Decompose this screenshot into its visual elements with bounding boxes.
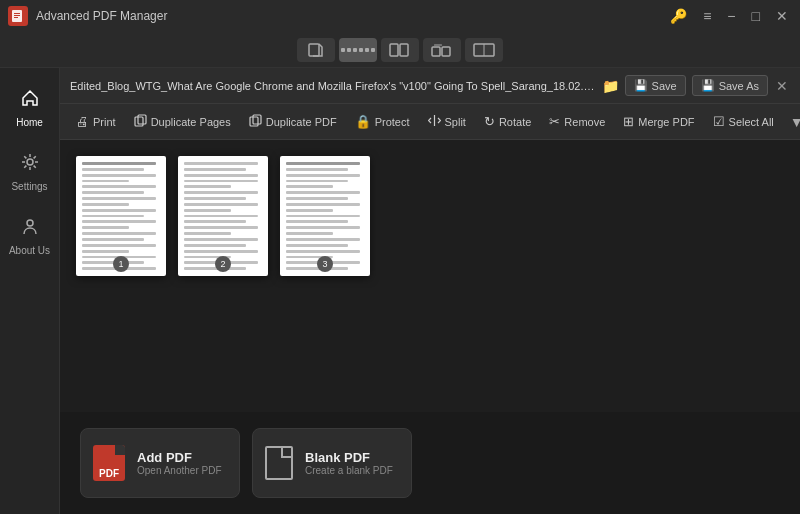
svg-rect-3 — [14, 17, 18, 18]
remove-label: Remove — [564, 116, 605, 128]
page-badge-2: 2 — [215, 256, 231, 272]
print-icon: 🖨 — [76, 114, 89, 129]
svg-rect-7 — [432, 47, 440, 56]
file-actions: 💾 Save 💾 Save As ✕ — [625, 75, 790, 96]
duplicate-pdf-icon — [249, 114, 262, 130]
protect-icon: 🔒 — [355, 114, 371, 129]
svg-rect-14 — [135, 117, 143, 126]
tab-5[interactable] — [465, 38, 503, 62]
sidebar: Home Settings About Us — [0, 68, 60, 514]
duplicate-pages-icon — [134, 114, 147, 130]
sidebar-item-settings-label: Settings — [11, 181, 47, 192]
blank-pdf-icon — [265, 446, 293, 480]
svg-rect-9 — [434, 44, 442, 46]
tab-bar — [0, 32, 800, 68]
close-button[interactable]: ✕ — [772, 6, 792, 26]
merge-icon: ⊞ — [623, 114, 634, 129]
remove-icon: ✂ — [549, 114, 560, 129]
sidebar-item-about-label: About Us — [9, 245, 50, 256]
close-file-button[interactable]: ✕ — [774, 76, 790, 96]
settings-icon — [20, 152, 40, 177]
sidebar-item-about[interactable]: About Us — [3, 206, 57, 266]
remove-button[interactable]: ✂ Remove — [541, 110, 613, 133]
tab-4[interactable] — [423, 38, 461, 62]
sidebar-item-home[interactable]: Home — [3, 78, 57, 138]
svg-rect-1 — [14, 13, 20, 14]
svg-rect-15 — [138, 115, 146, 124]
sidebar-item-settings[interactable]: Settings — [3, 142, 57, 202]
file-name: Edited_Blog_WTG_What Are Google Chrome a… — [70, 80, 596, 92]
save-as-icon: 💾 — [701, 79, 715, 92]
toolbar: 🖨 Print Duplicate Pages Duplicate PDF 🔒 … — [60, 104, 800, 140]
home-icon — [20, 88, 40, 113]
content-area: Edited_Blog_WTG_What Are Google Chrome a… — [60, 68, 800, 514]
save-as-label: Save As — [719, 80, 759, 92]
app-icon — [8, 6, 28, 26]
add-pdf-card[interactable]: PDF Add PDF Open Another PDF — [80, 428, 240, 498]
tab-2[interactable] — [339, 38, 377, 62]
menu-icon[interactable]: ≡ — [699, 6, 715, 26]
bottom-section: PDF Add PDF Open Another PDF Blank PDF C… — [60, 412, 800, 514]
sidebar-item-home-label: Home — [16, 117, 43, 128]
add-pdf-text: Add PDF Open Another PDF — [137, 450, 222, 476]
window-controls: 🔑 ≡ − □ ✕ — [666, 6, 792, 26]
file-folder-icon: 📁 — [602, 78, 619, 94]
add-pdf-title: Add PDF — [137, 450, 222, 465]
svg-rect-2 — [14, 15, 20, 16]
svg-rect-6 — [400, 44, 408, 56]
svg-point-12 — [27, 159, 33, 165]
blank-pdf-subtitle: Create a blank PDF — [305, 465, 393, 476]
blank-pdf-title: Blank PDF — [305, 450, 393, 465]
page-badge-3: 3 — [317, 256, 333, 272]
tab-1[interactable] — [297, 38, 335, 62]
svg-point-13 — [27, 220, 33, 226]
svg-rect-4 — [309, 44, 319, 56]
print-button[interactable]: 🖨 Print — [68, 110, 124, 133]
select-all-button[interactable]: ☑ Select All — [705, 110, 782, 133]
restore-button[interactable]: □ — [748, 6, 764, 26]
pdf-page-1[interactable]: 1 — [76, 156, 166, 276]
about-icon — [20, 216, 40, 241]
tab-3[interactable] — [381, 38, 419, 62]
rotate-label: Rotate — [499, 116, 531, 128]
svg-rect-16 — [250, 117, 258, 126]
pdf-page-2[interactable]: 2 — [178, 156, 268, 276]
add-pdf-subtitle: Open Another PDF — [137, 465, 222, 476]
more-options-button[interactable]: ▼ — [784, 110, 800, 134]
merge-pdf-label: Merge PDF — [638, 116, 694, 128]
minimize-button[interactable]: − — [723, 6, 739, 26]
blank-pdf-card[interactable]: Blank PDF Create a blank PDF — [252, 428, 412, 498]
title-bar: Advanced PDF Manager 🔑 ≡ − □ ✕ — [0, 0, 800, 32]
svg-rect-5 — [390, 44, 398, 56]
save-as-button[interactable]: 💾 Save As — [692, 75, 768, 96]
svg-rect-8 — [442, 47, 450, 56]
blank-pdf-text: Blank PDF Create a blank PDF — [305, 450, 393, 476]
duplicate-pages-label: Duplicate Pages — [151, 116, 231, 128]
pdf-viewer-area: 1 — [60, 140, 800, 412]
add-pdf-icon: PDF — [93, 445, 125, 481]
main-layout: Home Settings About Us Edite — [0, 68, 800, 514]
rotate-icon: ↻ — [484, 114, 495, 129]
duplicate-pdf-label: Duplicate PDF — [266, 116, 337, 128]
page-badge-1: 1 — [113, 256, 129, 272]
title-bar-left: Advanced PDF Manager — [8, 6, 167, 26]
protect-label: Protect — [375, 116, 410, 128]
split-button[interactable]: Split — [420, 110, 474, 134]
merge-pdf-button[interactable]: ⊞ Merge PDF — [615, 110, 702, 133]
protect-button[interactable]: 🔒 Protect — [347, 110, 418, 133]
split-label: Split — [445, 116, 466, 128]
save-label: Save — [652, 80, 677, 92]
save-icon: 💾 — [634, 79, 648, 92]
split-icon — [428, 114, 441, 130]
save-button[interactable]: 💾 Save — [625, 75, 686, 96]
print-label: Print — [93, 116, 116, 128]
rotate-button[interactable]: ↻ Rotate — [476, 110, 539, 133]
app-title: Advanced PDF Manager — [36, 9, 167, 23]
key-icon[interactable]: 🔑 — [666, 6, 691, 26]
pdf-page-3[interactable]: 3 — [280, 156, 370, 276]
duplicate-pdf-button[interactable]: Duplicate PDF — [241, 110, 345, 134]
svg-rect-17 — [253, 115, 261, 124]
select-all-label: Select All — [729, 116, 774, 128]
file-bar: Edited_Blog_WTG_What Are Google Chrome a… — [60, 68, 800, 104]
duplicate-pages-button[interactable]: Duplicate Pages — [126, 110, 239, 134]
